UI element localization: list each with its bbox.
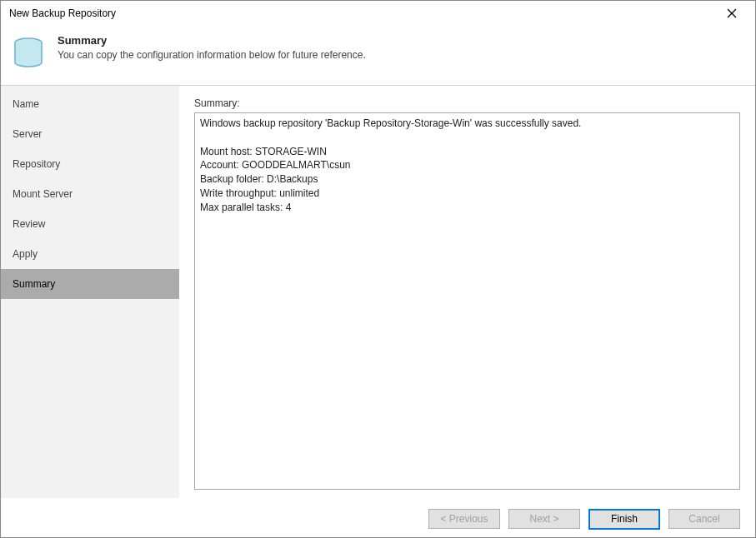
summary-label: Summary: [194,97,740,109]
finish-button[interactable]: Finish [588,509,660,530]
titlebar: New Backup Repository [1,1,755,26]
sidebar-item-repository[interactable]: Repository [1,149,179,179]
wizard-steps-sidebar: Name Server Repository Mount Server Revi… [1,86,179,498]
sidebar-item-server[interactable]: Server [1,119,179,149]
database-icon [11,34,46,72]
sidebar-item-review[interactable]: Review [1,209,179,239]
sidebar-item-apply[interactable]: Apply [1,239,179,269]
close-icon [727,8,737,18]
sidebar-item-name[interactable]: Name [1,89,179,119]
summary-textbox[interactable]: Windows backup repository 'Backup Reposi… [194,112,740,490]
main-panel: Summary: Windows backup repository 'Back… [179,86,755,498]
wizard-footer: < Previous Next > Finish Cancel [1,498,755,538]
window-title: New Backup Repository [9,7,116,19]
header-subtitle: You can copy the configuration informati… [58,49,366,61]
wizard-header: Summary You can copy the configuration i… [1,26,755,86]
sidebar-item-mount-server[interactable]: Mount Server [1,179,179,209]
previous-button: < Previous [428,509,500,529]
wizard-content: Name Server Repository Mount Server Revi… [1,86,755,498]
header-title: Summary [58,34,366,47]
next-button: Next > [508,509,580,529]
close-button[interactable] [715,2,748,25]
sidebar-item-summary[interactable]: Summary [1,269,179,299]
cancel-button: Cancel [668,509,740,529]
